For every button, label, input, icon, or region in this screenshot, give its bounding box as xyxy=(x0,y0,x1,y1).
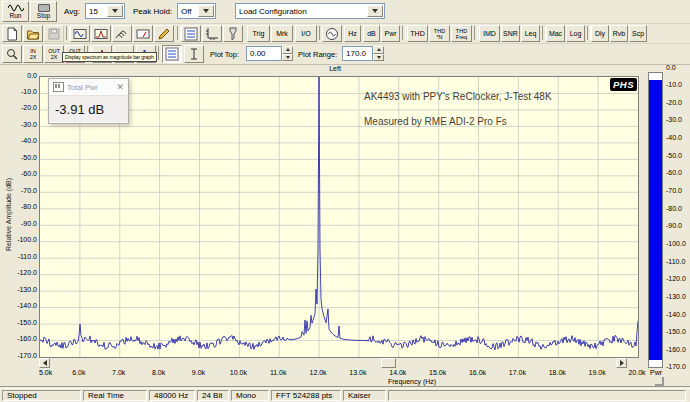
open-file-button[interactable] xyxy=(23,25,43,42)
plot-top-value: 0.00 xyxy=(250,49,266,58)
power-meter-tick-label: -110.0 xyxy=(666,258,690,265)
multimeter-button[interactable] xyxy=(133,25,153,42)
analysis-button-thd[interactable]: THD xyxy=(407,25,428,42)
spectrum-plot[interactable] xyxy=(39,76,639,358)
document-icon xyxy=(5,27,19,41)
panel-corner-icon xyxy=(655,377,664,386)
x-axis-tick-label: 16.0k xyxy=(463,369,493,376)
y-axis-tick-label: -100.0 xyxy=(2,236,37,243)
power-meter-tick-label: -100.0 xyxy=(666,240,690,247)
run-button-label: Run xyxy=(10,12,22,19)
analysis-button-thdn[interactable]: THD*N xyxy=(429,25,450,42)
divider xyxy=(0,386,690,387)
y-axis-tick-label: -170.0 xyxy=(2,352,37,359)
dropdown-arrow-icon[interactable] xyxy=(367,5,383,17)
plot-range-field[interactable]: 170.0 xyxy=(342,46,373,61)
marker-button[interactable]: Mrk xyxy=(271,25,293,42)
y-axis-tick-label: -10.0 xyxy=(2,88,37,95)
dropdown-arrow-icon[interactable] xyxy=(107,5,123,17)
power-meter xyxy=(648,72,663,368)
spinner-up-icon[interactable] xyxy=(373,46,384,54)
y-axis-tick-label: -40.0 xyxy=(2,137,37,144)
analysis-button-label: Dly xyxy=(595,30,605,37)
total-power-titlebar[interactable]: Total Pwr ✕ xyxy=(49,79,128,95)
scroll-right-button[interactable] xyxy=(616,358,627,368)
y-axis-tick-label: -70.0 xyxy=(2,187,37,194)
load-configuration-select[interactable]: Load Configuration xyxy=(235,3,385,19)
analysis-button-pwr[interactable]: Pwr xyxy=(381,25,400,42)
x-axis-tick-label: 19.0k xyxy=(582,369,612,376)
analysis-button-db[interactable]: dB xyxy=(363,25,380,42)
analysis-button-label: Mac xyxy=(549,30,562,37)
spectrum-analyzer-button[interactable] xyxy=(91,25,111,42)
status-bar: StoppedReal Time48000 Hz24 BitMonoFFT 52… xyxy=(0,388,690,402)
analysis-button-leq[interactable]: Leq xyxy=(521,25,540,42)
new-file-button[interactable] xyxy=(2,25,22,42)
list-icon xyxy=(165,47,179,61)
analysis-button-log[interactable]: Log xyxy=(566,25,585,42)
spectrum-icon xyxy=(94,27,108,41)
analysis-button-dly[interactable]: Dly xyxy=(591,25,609,42)
spinner-down-icon[interactable] xyxy=(373,54,384,62)
power-meter-tick-label: 0.0 xyxy=(666,64,690,71)
analysis-button-label: Hz xyxy=(348,30,357,37)
probe-button[interactable] xyxy=(223,25,243,42)
zoom-out-2x-button[interactable]: OUT 2X xyxy=(44,45,64,63)
device-test-plan-button[interactable] xyxy=(154,25,174,42)
status-cell: 24 Bit xyxy=(197,390,229,401)
analysis-button-label: THD xyxy=(410,30,424,37)
spectrum-trace xyxy=(40,77,638,350)
analysis-button-imd[interactable]: IMD xyxy=(479,25,500,42)
x-axis-tick-label: 18.0k xyxy=(542,369,572,376)
analysis-button-mac[interactable]: Mac xyxy=(546,25,565,42)
plot-top-field[interactable]: 0.00 xyxy=(246,46,282,61)
list-icon xyxy=(184,27,198,41)
y-axis-tick-label: -110.0 xyxy=(2,253,37,260)
x-axis-tick-label: 20.0k xyxy=(622,369,652,376)
dropdown-arrow-icon[interactable] xyxy=(198,5,214,17)
total-power-title: Total Pwr xyxy=(67,83,116,92)
arrow-left-icon xyxy=(43,360,47,366)
analysis-button-snr[interactable]: SNR xyxy=(501,25,520,42)
run-button[interactable]: Run xyxy=(2,1,29,22)
zoom-button[interactable] xyxy=(2,45,22,63)
plot-range-value: 170.0 xyxy=(346,49,366,58)
status-cell: 48000 Hz xyxy=(149,390,195,401)
plot-range-label: Plot Range: xyxy=(298,50,337,59)
oscilloscope-button[interactable] xyxy=(70,25,90,42)
plot-range-spinner[interactable] xyxy=(373,46,384,61)
spinner-down-icon[interactable] xyxy=(282,54,293,62)
zoom-in-2x-button[interactable]: IN 2X xyxy=(23,45,43,63)
spinner-up-icon[interactable] xyxy=(282,46,293,54)
peak-hold-select[interactable]: Off xyxy=(177,3,216,19)
trigger-button[interactable]: Trig xyxy=(247,25,270,42)
total-power-value: -3.91 dB xyxy=(49,95,128,122)
list-view-button[interactable] xyxy=(162,45,182,63)
close-icon[interactable]: ✕ xyxy=(116,83,124,92)
analysis-button-hz[interactable]: Hz xyxy=(344,25,361,42)
io-button[interactable]: I/O xyxy=(295,25,317,42)
status-cell: Stopped xyxy=(2,390,81,401)
analysis-button-scp[interactable]: Scp xyxy=(629,25,647,42)
power-meter-tick-label: -60.0 xyxy=(666,169,690,176)
scrollbar-thumb[interactable] xyxy=(381,358,396,368)
axes-settings-button[interactable] xyxy=(202,25,222,42)
avg-select[interactable]: 15 xyxy=(85,3,125,19)
power-meter-tick-label: -50.0 xyxy=(666,152,690,159)
plot-top-spinner[interactable] xyxy=(282,46,293,61)
display-list-button[interactable] xyxy=(181,25,201,42)
stop-button[interactable]: Stop xyxy=(30,1,57,22)
analysis-button-thdfreq[interactable]: THDFreq xyxy=(451,25,472,42)
analysis-button-rvb[interactable]: Rvb xyxy=(610,25,628,42)
analysis-button-label: Freq xyxy=(456,34,467,40)
scroll-left-button[interactable] xyxy=(39,358,50,368)
signal-generator-button[interactable] xyxy=(322,25,342,42)
arrow-right-icon xyxy=(620,360,624,366)
marker-ibeam-button[interactable] xyxy=(184,45,204,63)
trigger-button-label: Trig xyxy=(253,30,265,37)
save-button[interactable] xyxy=(44,25,64,42)
x-axis-title: Frequency (Hz) xyxy=(352,378,472,385)
spectrum-3d-plot-button[interactable] xyxy=(112,25,132,42)
meter-gauge-icon xyxy=(136,27,150,41)
zoom-in-2x-label: 2X xyxy=(30,54,37,60)
